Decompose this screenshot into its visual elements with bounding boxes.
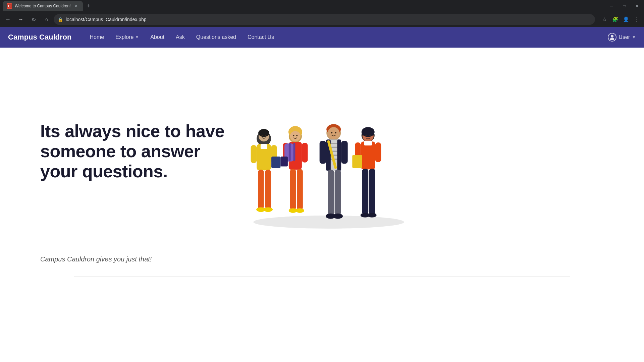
nav-link-ask[interactable]: Ask [171,32,190,43]
new-tab-button[interactable]: + [84,1,94,11]
svg-rect-22 [302,143,308,163]
svg-point-60 [367,213,376,218]
svg-rect-27 [290,169,296,210]
lock-icon: 🔒 [58,17,63,22]
nav-link-contact-us[interactable]: Contact Us [243,32,279,43]
nav-links: Home Explore ▼ About Ask Questions asked… [85,32,608,43]
tab-favicon: C [7,3,12,9]
svg-rect-56 [352,155,362,168]
svg-rect-12 [258,170,264,209]
svg-rect-58 [369,169,375,215]
restore-button[interactable]: ▭ [620,2,629,10]
svg-point-67 [335,132,336,133]
svg-rect-25 [293,143,296,161]
svg-rect-11 [271,157,280,168]
svg-rect-42 [337,139,341,171]
nav-brand[interactable]: Campus Cauldron [8,33,71,42]
address-bar[interactable]: 🔒 localhost/Campus_Cauldron/index.php [54,14,595,25]
svg-point-15 [264,207,273,212]
footer-section [0,277,644,317]
nav-link-questions-asked[interactable]: Questions asked [192,32,241,43]
main-content: Its always nice to have someone to answe… [0,48,644,249]
navbar: Campus Cauldron Home Explore ▼ About Ask… [0,27,644,48]
tab-title: Welcome to Campus Cauldron! [15,4,71,8]
home-button[interactable]: ⌂ [41,14,52,25]
svg-point-49 [333,214,343,219]
nav-link-explore[interactable]: Explore ▼ [111,32,144,43]
explore-chevron-icon: ▼ [135,35,139,40]
extensions-button[interactable]: 🧩 [610,15,620,24]
svg-rect-44 [341,141,348,164]
nav-user[interactable]: User ▼ [608,33,636,42]
svg-point-63 [265,135,266,136]
nav-link-about[interactable]: About [146,32,169,43]
svg-point-52 [362,127,375,137]
hero-illustration [235,74,423,229]
reload-button[interactable]: ↻ [28,14,39,25]
svg-rect-46 [328,170,334,216]
svg-rect-9 [251,145,257,163]
svg-rect-61 [364,141,372,145]
svg-rect-24 [289,143,291,161]
minimize-button[interactable]: ─ [607,2,616,10]
svg-point-30 [296,208,304,213]
close-window-button[interactable]: ✕ [633,2,641,10]
svg-point-19 [290,131,301,141]
svg-point-33 [328,127,339,139]
title-bar: C Welcome to Campus Cauldron! ✕ + ─ ▭ ✕ [0,0,644,12]
svg-point-64 [293,135,294,136]
user-avatar-icon [608,33,616,42]
svg-point-7 [258,129,269,137]
hero-text: Its always nice to have someone to answe… [40,121,235,181]
address-bar-actions: ☆ 🧩 👤 ⋮ [600,15,641,24]
svg-rect-57 [362,169,369,215]
svg-rect-47 [335,170,341,216]
window-controls: ─ ▭ ✕ [607,2,641,10]
svg-point-62 [262,135,263,136]
user-label: User [619,34,630,40]
hero-subtitle: Campus Cauldron gives you just that! [0,255,644,277]
svg-rect-28 [297,169,303,210]
svg-rect-16 [261,144,267,149]
forward-button[interactable]: → [15,14,26,25]
browser-tab[interactable]: C Welcome to Campus Cauldron! ✕ [3,1,83,11]
nav-link-home[interactable]: Home [85,32,109,43]
svg-rect-43 [320,141,326,164]
svg-point-66 [331,132,332,133]
svg-point-2 [611,35,613,38]
bookmark-icon[interactable]: ☆ [600,15,609,24]
user-chevron-icon: ▼ [632,35,636,40]
url-display: localhost/Campus_Cauldron/index.php [66,17,591,22]
svg-rect-26 [280,157,287,166]
address-bar-row: ← → ↻ ⌂ 🔒 localhost/Campus_Cauldron/inde… [0,12,644,27]
svg-rect-13 [265,170,271,209]
svg-point-69 [369,135,371,136]
hero-heading: Its always nice to have someone to answe… [40,121,235,181]
browser-chrome: C Welcome to Campus Cauldron! ✕ + ─ ▭ ✕ … [0,0,644,27]
svg-text:C: C [8,4,10,8]
svg-point-3 [610,38,614,40]
back-button[interactable]: ← [3,14,13,25]
svg-rect-55 [375,142,381,162]
settings-icon[interactable]: ⋮ [632,15,641,24]
svg-rect-53 [361,141,375,169]
svg-point-68 [365,135,367,136]
profile-icon[interactable]: 👤 [621,15,631,24]
students-illustration [235,88,423,229]
svg-point-65 [296,135,298,136]
tab-close-button[interactable]: ✕ [73,3,79,9]
